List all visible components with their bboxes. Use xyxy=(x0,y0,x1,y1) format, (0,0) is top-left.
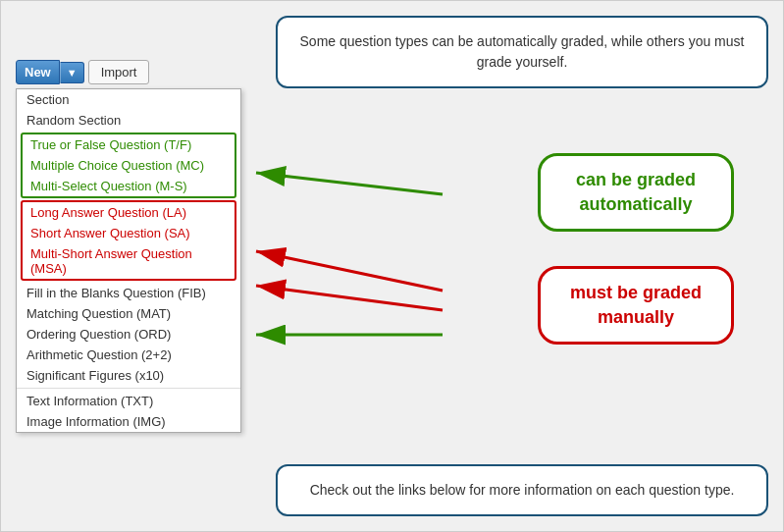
info-bottom-text: Check out the links below for more infor… xyxy=(310,482,735,498)
left-panel: New ▼ Import Section Random Section True… xyxy=(16,60,251,433)
menu-item-mc[interactable]: Multiple Choice Question (MC) xyxy=(23,155,235,176)
info-box-bottom: Check out the links below for more infor… xyxy=(276,464,768,516)
menu-group-green: True or False Question (T/F) Multiple Ch… xyxy=(21,133,236,198)
svg-line-5 xyxy=(256,251,443,291)
menu-item-la[interactable]: Long Answer Question (LA) xyxy=(23,202,235,223)
menu-item-arith[interactable]: Arithmetic Question (2+2) xyxy=(17,345,240,365)
toolbar: New ▼ Import xyxy=(16,60,251,84)
menu-item-img[interactable]: Image Information (IMG) xyxy=(17,411,240,432)
menu-item-tf[interactable]: True or False Question (T/F) xyxy=(23,134,235,155)
dropdown-menu: Section Random Section True or False Que… xyxy=(16,88,241,433)
new-button[interactable]: New xyxy=(16,60,60,84)
info-box-top: Some question types can be automatically… xyxy=(276,16,768,88)
svg-line-6 xyxy=(256,286,443,310)
menu-item-txt[interactable]: Text Information (TXT) xyxy=(17,391,240,411)
menu-group-red: Long Answer Question (LA) Short Answer Q… xyxy=(21,200,236,281)
main-container: Some question types can be automatically… xyxy=(0,0,784,532)
new-dropdown-button[interactable]: ▼ xyxy=(60,62,84,83)
svg-line-4 xyxy=(256,173,443,194)
badge-green-text: can be graded automatically xyxy=(576,170,696,214)
info-top-text: Some question types can be automatically… xyxy=(300,33,745,70)
menu-item-sa[interactable]: Short Answer Question (SA) xyxy=(23,223,235,243)
badge-red-text: must be graded manually xyxy=(570,283,702,327)
menu-divider xyxy=(17,388,240,389)
menu-item-fib[interactable]: Fill in the Blanks Question (FIB) xyxy=(17,283,240,303)
menu-item-section[interactable]: Section xyxy=(17,89,240,110)
menu-item-random-section[interactable]: Random Section xyxy=(17,110,240,131)
menu-item-ord[interactable]: Ordering Question (ORD) xyxy=(17,324,240,345)
import-button-label: Import xyxy=(101,65,137,80)
menu-item-sigfig[interactable]: Significant Figures (x10) xyxy=(17,365,240,386)
menu-item-mat[interactable]: Matching Question (MAT) xyxy=(17,303,240,324)
menu-item-msa[interactable]: Multi-Short Answer Question (MSA) xyxy=(23,243,235,279)
menu-item-ms[interactable]: Multi-Select Question (M-S) xyxy=(23,176,235,196)
badge-green: can be graded automatically xyxy=(538,153,734,232)
badge-red: must be graded manually xyxy=(538,266,734,345)
import-button[interactable]: Import xyxy=(88,60,150,84)
new-button-label: New xyxy=(25,65,51,80)
